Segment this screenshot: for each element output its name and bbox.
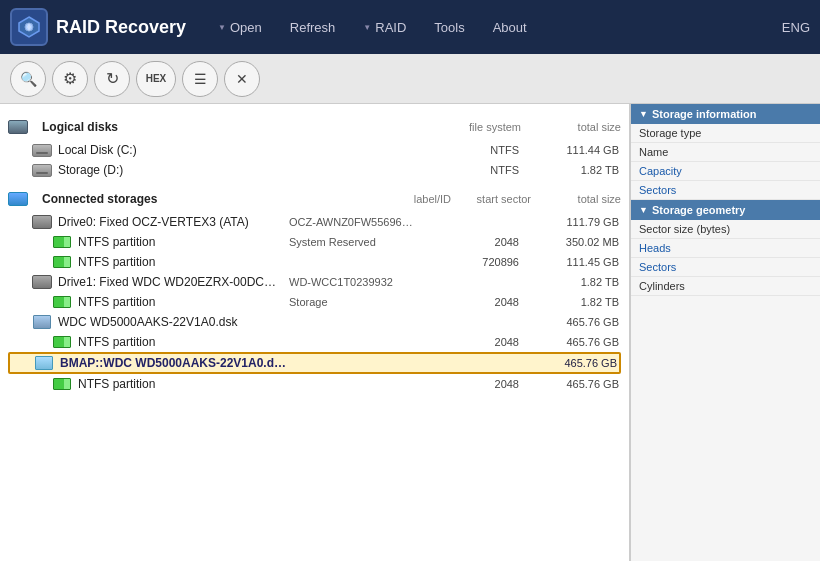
app-logo: RAID Recovery [10, 8, 196, 46]
bmap-dsk-name: BMAP::WDC WD5000AAKS-22V1A0.dsk [60, 356, 287, 370]
drive0-size: 111.79 GB [529, 216, 619, 228]
storage-geometry-title: Storage geometry [652, 204, 746, 216]
partition3-label: Storage [289, 296, 449, 308]
partition5-size: 465.76 GB [529, 378, 619, 390]
storage-disk-fs: NTFS [449, 164, 529, 176]
col-sector-header: start sector [461, 193, 541, 205]
partition1-sector: 2048 [449, 236, 529, 248]
partition1-name: NTFS partition [78, 235, 289, 249]
bmap-dsk-icon [34, 356, 54, 370]
drive1-size: 1.82 TB [529, 276, 619, 288]
open-arrow-icon: ▼ [218, 23, 226, 32]
drive0-name: Drive0: Fixed OCZ-VERTEX3 (ATA) [58, 215, 289, 229]
local-disk-size: 111.44 GB [529, 144, 619, 156]
nav-about[interactable]: About [481, 14, 539, 41]
storage-disk-icon [32, 163, 52, 177]
col-label-header: label/ID [321, 193, 461, 205]
partition3-sector: 2048 [449, 296, 529, 308]
list-item[interactable]: NTFS partition Storage 2048 1.82 TB [8, 292, 621, 312]
bmap-dsk-item[interactable]: BMAP::WDC WD5000AAKS-22V1A0.dsk 465.76 G… [8, 352, 621, 374]
bmap-dsk-size: 465.76 GB [527, 357, 617, 369]
partition1-label: System Reserved [289, 236, 449, 248]
hex-button[interactable]: HEX [136, 61, 176, 97]
list-item[interactable]: Drive0: Fixed OCZ-VERTEX3 (ATA) OCZ-AWNZ… [8, 212, 621, 232]
partition2-name: NTFS partition [78, 255, 289, 269]
drive0-icon [32, 215, 52, 229]
drive0-label: OCZ-AWNZ0FW55696… [289, 216, 449, 228]
nav-raid[interactable]: ▼ RAID [351, 14, 418, 41]
info-row-capacity: Capacity [631, 162, 820, 181]
partition2-icon [52, 255, 72, 269]
partition4-sector: 2048 [449, 336, 529, 348]
connected-storages-title: Connected storages [42, 192, 157, 206]
partition4-icon [52, 335, 72, 349]
local-disk-fs: NTFS [449, 144, 529, 156]
close-panel-button[interactable]: ✕ [224, 61, 260, 97]
storage-info-collapse-icon: ▼ [639, 109, 648, 119]
storage-disk-name: Storage (D:) [58, 163, 449, 177]
reload-icon: ↻ [106, 69, 119, 88]
partition4-name: NTFS partition [78, 335, 289, 349]
info-row-sector-size: Sector size (bytes) [631, 220, 820, 239]
drive1-icon [32, 275, 52, 289]
right-panel: ▼ Storage information Storage type Name … [630, 104, 820, 561]
list-item[interactable]: NTFS partition 2048 465.76 GB [8, 332, 621, 352]
language-selector[interactable]: ENG [782, 20, 810, 35]
col-fs-label: file system [441, 121, 531, 133]
storage-disk-size: 1.82 TB [529, 164, 619, 176]
partition1-size: 350.02 MB [529, 236, 619, 248]
nav-open[interactable]: ▼ Open [206, 14, 274, 41]
drive1-name: Drive1: Fixed WDC WD20EZRX-00DC… [58, 275, 289, 289]
app-header: RAID Recovery ▼ Open Refresh ▼ RAID Tool… [0, 0, 820, 54]
analyze-button[interactable]: ⚙ [52, 61, 88, 97]
info-row-name: Name [631, 143, 820, 162]
logo-icon [10, 8, 48, 46]
app-title: RAID Recovery [56, 17, 186, 38]
info-row-geo-sectors: Sectors [631, 258, 820, 277]
list-item[interactable]: NTFS partition 720896 111.45 GB [8, 252, 621, 272]
partition5-icon [52, 377, 72, 391]
search-icon: 🔍 [20, 71, 37, 87]
logical-disks-title: Logical disks [42, 120, 118, 134]
storage-geometry-collapse-icon: ▼ [639, 205, 648, 215]
partition2-size: 111.45 GB [529, 256, 619, 268]
dsk1-name: WDC WD5000AAKS-22V1A0.dsk [58, 315, 289, 329]
partition3-size: 1.82 TB [529, 296, 619, 308]
nav-tools[interactable]: Tools [422, 14, 476, 41]
info-row-heads: Heads [631, 239, 820, 258]
close-icon: ✕ [236, 71, 248, 87]
partition3-name: NTFS partition [78, 295, 289, 309]
list-item[interactable]: Storage (D:) NTFS 1.82 TB [8, 160, 621, 180]
col-size-label: total size [531, 121, 621, 133]
search-button[interactable]: 🔍 [10, 61, 46, 97]
partition5-name: NTFS partition [78, 377, 289, 391]
partition2-sector: 720896 [449, 256, 529, 268]
list-button[interactable]: ☰ [182, 61, 218, 97]
nav-refresh[interactable]: Refresh [278, 14, 348, 41]
storage-info-header[interactable]: ▼ Storage information [631, 104, 820, 124]
list-item[interactable]: WDC WD5000AAKS-22V1A0.dsk 465.76 GB [8, 312, 621, 332]
list-item[interactable]: Local Disk (C:) NTFS 111.44 GB [8, 140, 621, 160]
main-nav: ▼ Open Refresh ▼ RAID Tools About [206, 14, 772, 41]
partition3-icon [52, 295, 72, 309]
logical-disks-icon [8, 120, 28, 134]
raid-arrow-icon: ▼ [363, 23, 371, 32]
info-row-storage-type: Storage type [631, 124, 820, 143]
local-disk-icon [32, 143, 52, 157]
left-panel: Logical disks file system total size Loc… [0, 104, 630, 561]
list-item[interactable]: Drive1: Fixed WDC WD20EZRX-00DC… WD-WCC1… [8, 272, 621, 292]
storage-geometry-header[interactable]: ▼ Storage geometry [631, 200, 820, 220]
connected-storages-icon [8, 192, 28, 206]
info-row-sectors: Sectors [631, 181, 820, 200]
hex-icon: HEX [146, 73, 167, 84]
partition4-size: 465.76 GB [529, 336, 619, 348]
list-item[interactable]: NTFS partition System Reserved 2048 350.… [8, 232, 621, 252]
list-item[interactable]: NTFS partition 2048 465.76 GB [8, 374, 621, 394]
partition1-icon [52, 235, 72, 249]
toolbar: 🔍 ⚙ ↻ HEX ☰ ✕ [0, 54, 820, 104]
dsk1-icon [32, 315, 52, 329]
main-content: Logical disks file system total size Loc… [0, 104, 820, 561]
reload-button[interactable]: ↻ [94, 61, 130, 97]
storage-info-title: Storage information [652, 108, 757, 120]
analyze-icon: ⚙ [63, 69, 77, 88]
